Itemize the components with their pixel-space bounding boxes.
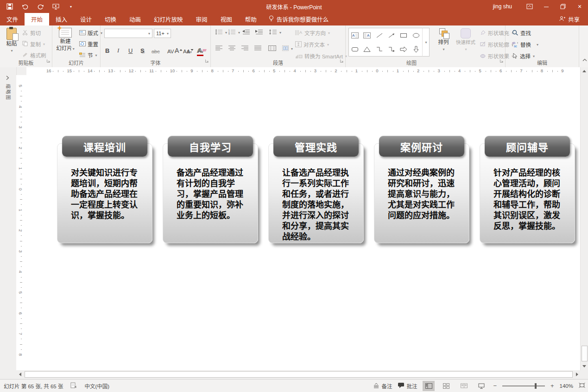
rounded-rectangle-shape-icon[interactable]	[349, 42, 361, 56]
italic-button[interactable]: I	[117, 45, 119, 55]
font-dialog-launcher-icon[interactable]	[205, 57, 209, 65]
user-name[interactable]: jing shu	[493, 3, 512, 10]
copy-button[interactable]: 复制 ▾	[22, 40, 45, 48]
underline-button[interactable]: U	[128, 45, 133, 55]
notes-toggle-button[interactable]: 备注	[373, 382, 392, 390]
tab-view[interactable]: 视图	[214, 13, 239, 25]
vertical-text-box-shape-icon[interactable]: A	[361, 28, 373, 42]
arrange-button[interactable]: 排列 ▾	[434, 28, 453, 52]
slide-sorter-view-button[interactable]	[440, 381, 452, 391]
normal-view-button[interactable]	[423, 381, 435, 391]
arrow-shape-icon[interactable]	[386, 28, 398, 42]
slide-card[interactable]: 备选产品经理通过有计划的自我学习，掌握产品管理的重要知识，弥补业务上的短板。自我…	[163, 136, 259, 245]
columns-button[interactable]	[268, 45, 276, 52]
tab-help[interactable]: 帮助	[239, 13, 263, 25]
tab-review[interactable]: 审阅	[190, 13, 214, 25]
slide-card[interactable]: 对关键知识进行专题培训，短期内帮助备选产品经理在一定程度上转变认识，掌握技能。课…	[57, 136, 153, 245]
rectangle-shape-icon[interactable]	[398, 28, 410, 42]
tab-insert[interactable]: 插入	[49, 13, 74, 25]
reset-button[interactable]: 重置	[79, 40, 98, 48]
format-painter-button[interactable]: 格式刷	[22, 51, 46, 59]
slide-card[interactable]: 让备选产品经理执行一系列实际工作和任务，或者进行制度的落地实施，并进行深入的探讨…	[268, 136, 365, 245]
spell-check-icon[interactable]	[70, 382, 77, 389]
tab-animations[interactable]: 动画	[123, 13, 147, 25]
scroll-left-arrow[interactable]	[16, 371, 24, 378]
start-slideshow-icon[interactable]	[51, 2, 60, 11]
zoom-out-button[interactable]: −	[493, 382, 497, 389]
quick-styles-button[interactable]: 快速样式 ▾	[454, 28, 477, 52]
section-button[interactable]: 节▾	[79, 51, 97, 59]
slide-card[interactable]: 通过对经典案例的研究和研讨，迅速提高意识与能力，尤其是对实践工作问题的应对措施。…	[374, 136, 470, 245]
paste-dropdown-arrow[interactable]: ▾	[11, 48, 13, 54]
text-shadow-button[interactable]: S	[140, 45, 145, 55]
comments-toggle-button[interactable]: 批注	[398, 382, 417, 390]
line-shape-icon[interactable]	[373, 28, 386, 42]
zoom-level-indicator[interactable]: 140%	[560, 383, 573, 389]
find-button[interactable]: 查找	[512, 29, 531, 37]
new-slide-button[interactable]: 新建 幻灯片▾	[54, 28, 76, 52]
horizontal-scrollbar-thumb[interactable]	[25, 371, 573, 378]
right-arrow-shape-icon[interactable]	[398, 42, 410, 56]
align-text-button[interactable]: 对齐文本▾	[295, 41, 329, 48]
language-indicator[interactable]: 中文(中国)	[84, 382, 109, 390]
undo-icon[interactable]	[21, 2, 29, 11]
cut-button[interactable]: 剪切	[22, 29, 41, 37]
zoom-slider[interactable]	[502, 386, 545, 386]
slide-canvas[interactable]: 对关键知识进行专题培训，短期内帮助备选产品经理在一定程度上转变认识，掌握技能。课…	[26, 75, 581, 370]
font-size-combo[interactable]: 11+▾	[154, 29, 171, 38]
tab-design[interactable]: 设计	[74, 13, 98, 25]
zoom-in-button[interactable]: +	[550, 382, 554, 389]
vertical-ruler[interactable]: 54321012345678	[16, 75, 27, 370]
scroll-down-arrow[interactable]	[581, 362, 588, 370]
elbow-connector-shape-icon[interactable]	[373, 42, 386, 56]
qat-customize-arrow[interactable]: ▾	[67, 2, 75, 11]
clipboard-dialog-launcher-icon[interactable]	[46, 57, 51, 65]
horizontal-ruler[interactable]: 161514131211109876543210123456789	[26, 67, 581, 76]
horizontal-text-box-shape-icon[interactable]: A	[349, 28, 361, 42]
line-spacing-button[interactable]: ▾	[269, 29, 281, 36]
expand-thumbnails-chevron-icon[interactable]	[6, 74, 9, 82]
strikethrough-button[interactable]: abc	[152, 45, 160, 55]
restore-icon[interactable]	[555, 0, 571, 13]
numbering-button[interactable]: 123▾	[228, 29, 240, 36]
collapse-ribbon-button[interactable]	[582, 55, 587, 63]
tab-home[interactable]: 开始	[25, 13, 49, 25]
thumbnail-panel-collapsed[interactable]: 缩略图	[0, 67, 17, 379]
bullets-button[interactable]: ▾	[215, 29, 227, 36]
scroll-right-arrow[interactable]	[573, 371, 581, 378]
slide-card[interactable]: 针对产品经理的核心管理活动，顾问开展结构化的诊断和辅导工作，帮助其识别误区，激发…	[480, 136, 576, 245]
align-right-button[interactable]	[241, 45, 249, 51]
elbow-arrow-connector-shape-icon[interactable]	[386, 42, 398, 56]
increase-indent-button[interactable]	[255, 29, 263, 36]
minimize-icon[interactable]	[538, 0, 555, 13]
close-icon[interactable]: ×	[571, 0, 588, 13]
justify-button[interactable]	[254, 45, 262, 51]
fit-slide-to-window-button[interactable]	[579, 382, 585, 389]
zoom-slider-thumb[interactable]	[535, 383, 537, 389]
slide-show-view-button[interactable]	[475, 381, 487, 391]
down-arrow-shape-icon[interactable]	[410, 42, 422, 56]
tab-transitions[interactable]: 切换	[98, 13, 123, 25]
reading-view-button[interactable]	[458, 381, 470, 391]
tab-slide-show[interactable]: 幻灯片放映	[147, 13, 190, 25]
ribbon-display-options-icon[interactable]	[521, 0, 538, 13]
align-center-button[interactable]	[228, 45, 236, 51]
tab-file[interactable]: 文件	[0, 13, 25, 25]
tell-me-box[interactable]: 告诉我你想要做什么	[263, 13, 335, 25]
bold-button[interactable]: B	[105, 45, 109, 55]
paste-button[interactable]: 粘贴 ▾	[3, 28, 20, 54]
font-color-button[interactable]: A▾	[197, 45, 203, 56]
layout-button[interactable]: 版式▾	[79, 29, 102, 37]
isosceles-triangle-shape-icon[interactable]	[361, 42, 373, 56]
change-case-button[interactable]: Aa▾	[183, 45, 192, 55]
share-button[interactable]: 共享	[551, 13, 588, 25]
vertical-scrollbar[interactable]	[580, 67, 588, 379]
align-left-button[interactable]	[215, 45, 223, 51]
decrease-indent-button[interactable]	[242, 29, 250, 36]
drawing-dialog-launcher-icon[interactable]	[499, 57, 504, 65]
save-icon[interactable]	[6, 2, 14, 11]
vertical-scrollbar-thumb[interactable]	[582, 346, 588, 361]
font-name-combo[interactable]: ▾	[104, 29, 152, 38]
scroll-up-arrow[interactable]	[581, 67, 588, 75]
character-spacing-button[interactable]: AV▾	[167, 45, 177, 55]
